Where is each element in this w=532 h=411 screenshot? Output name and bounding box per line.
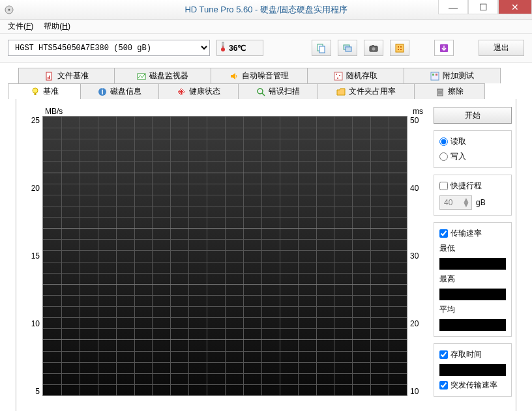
- svg-rect-20: [49, 76, 50, 79]
- tab-disk-monitor[interactable]: 磁盘监视器: [115, 68, 211, 83]
- temperature-display: 36℃: [216, 40, 263, 56]
- value-min: [439, 258, 506, 270]
- svg-rect-16: [400, 49, 402, 50]
- window-title: HD Tune Pro 5.60 - 硬盘/固态硬盘实用程序: [185, 4, 347, 16]
- svg-rect-14: [400, 46, 402, 48]
- health-icon: [177, 87, 186, 96]
- screenshot-button[interactable]: [364, 40, 383, 56]
- thermometer-icon: [220, 42, 226, 54]
- extra-tests-icon: [430, 72, 439, 81]
- svg-rect-26: [431, 72, 439, 80]
- benchmark-chart: [42, 116, 407, 396]
- svg-line-36: [262, 93, 265, 96]
- tab-random-access[interactable]: 随机存取: [308, 68, 404, 83]
- titlebar: HD Tune Pro 5.60 - 硬盘/固态硬盘实用程序 — ☐ ✕: [0, 0, 532, 20]
- value-avg: [439, 319, 506, 331]
- trash-icon: [436, 87, 445, 96]
- magnifier-icon: [256, 87, 265, 96]
- transfer-rate-group: 传输速率 最低 最高 平均: [434, 222, 512, 337]
- checkbox-transfer-rate[interactable]: 传输速率: [439, 228, 506, 239]
- tab-erase[interactable]: 擦除: [415, 83, 485, 99]
- save-button[interactable]: [434, 40, 454, 56]
- svg-rect-8: [346, 47, 351, 51]
- svg-rect-13: [398, 46, 399, 48]
- file-benchmark-icon: [45, 72, 54, 81]
- menubar: 文件(F) 帮助(H): [0, 20, 532, 34]
- access-time-group: 存取时间 突发传输速率: [434, 343, 512, 397]
- tab-folder-usage[interactable]: 文件夹占用率: [318, 83, 415, 99]
- svg-rect-11: [372, 45, 374, 47]
- shortstroke-spinner[interactable]: 40 ▲▼: [439, 195, 472, 210]
- chart-y-right-labels: 50 40 30 20 10: [407, 116, 426, 396]
- folder-icon: [336, 87, 346, 96]
- svg-text:i: i: [101, 87, 103, 96]
- label-min: 最低: [439, 243, 506, 254]
- tab-health[interactable]: 健康状态: [159, 83, 239, 99]
- value-max: [439, 289, 506, 300]
- svg-point-25: [337, 78, 338, 79]
- svg-rect-22: [334, 72, 342, 80]
- copy-screenshot-button[interactable]: [338, 40, 357, 56]
- toolbar: HGST HTS545050A7E380 (500 gB) 36℃ 退出: [0, 34, 532, 63]
- maximize-button[interactable]: ☐: [468, 0, 498, 14]
- svg-point-23: [336, 74, 337, 75]
- shortstroke-group: 快捷行程 40 ▲▼ gB: [434, 175, 512, 216]
- tab-row-lower: 基准 i磁盘信息 健康状态 错误扫描 文件夹占用率 擦除: [8, 83, 524, 99]
- svg-rect-34: [179, 91, 183, 92]
- svg-rect-27: [432, 74, 434, 76]
- svg-rect-38: [437, 89, 443, 90]
- checkbox-shortstroke[interactable]: 快捷行程: [439, 180, 506, 191]
- value-access-time: [439, 364, 506, 376]
- svg-rect-19: [48, 77, 49, 79]
- speaker-icon: [229, 72, 239, 81]
- tab-file-benchmark[interactable]: 文件基准: [18, 68, 115, 83]
- tab-aam[interactable]: 自动噪音管理: [211, 68, 308, 83]
- svg-point-35: [258, 89, 263, 94]
- svg-rect-4: [223, 46, 224, 50]
- radio-write[interactable]: 写入: [439, 151, 506, 162]
- svg-rect-12: [396, 44, 404, 52]
- svg-point-29: [33, 88, 38, 93]
- shortstroke-unit: gB: [476, 198, 486, 207]
- chart-y-left-labels: 25 20 15 10 5: [24, 116, 42, 396]
- options-button[interactable]: [390, 40, 409, 56]
- start-button[interactable]: 开始: [434, 107, 512, 124]
- random-access-icon: [334, 72, 343, 81]
- svg-rect-15: [398, 49, 399, 50]
- svg-point-10: [372, 47, 376, 50]
- svg-point-24: [339, 75, 340, 76]
- disk-monitor-icon: [137, 72, 146, 81]
- menu-help[interactable]: 帮助(H): [41, 20, 73, 33]
- svg-point-1: [8, 8, 10, 10]
- checkbox-burst-rate[interactable]: 突发传输速率: [439, 380, 506, 391]
- app-icon: [4, 5, 14, 15]
- exit-button[interactable]: 退出: [479, 40, 524, 56]
- tab-extra-tests[interactable]: 附加测试: [404, 68, 501, 83]
- copy-info-button[interactable]: [312, 40, 331, 56]
- svg-rect-30: [34, 93, 36, 95]
- benchmark-panel: MB/s ms 25 20 15 10 5 50 40 30 20 10: [16, 99, 516, 411]
- tab-error-scan[interactable]: 错误扫描: [239, 83, 318, 99]
- tab-row-upper: 文件基准 磁盘监视器 自动噪音管理 随机存取 附加测试: [18, 68, 524, 83]
- chart-right-unit: ms: [71, 107, 426, 116]
- info-icon: i: [98, 87, 107, 96]
- lightbulb-icon: [31, 87, 40, 96]
- label-avg: 平均: [439, 304, 506, 315]
- checkbox-access-time[interactable]: 存取时间: [439, 349, 506, 360]
- side-controls: 开始 读取 写入 快捷行程 40 ▲▼ gB 传输速率 最低: [434, 107, 512, 411]
- chart-left-unit: MB/s: [45, 107, 71, 116]
- temperature-value: 36℃: [229, 44, 246, 53]
- mode-group: 读取 写入: [434, 130, 512, 168]
- label-max: 最高: [439, 274, 506, 285]
- drive-select[interactable]: HGST HTS545050A7E380 (500 gB): [8, 40, 210, 56]
- tab-info[interactable]: i磁盘信息: [81, 83, 159, 99]
- minimize-button[interactable]: —: [438, 0, 468, 14]
- radio-read[interactable]: 读取: [439, 136, 506, 147]
- close-button[interactable]: ✕: [498, 0, 532, 14]
- svg-rect-28: [436, 74, 437, 76]
- svg-rect-6: [319, 46, 325, 53]
- tab-benchmark[interactable]: 基准: [8, 83, 81, 99]
- menu-file[interactable]: 文件(F): [5, 20, 36, 33]
